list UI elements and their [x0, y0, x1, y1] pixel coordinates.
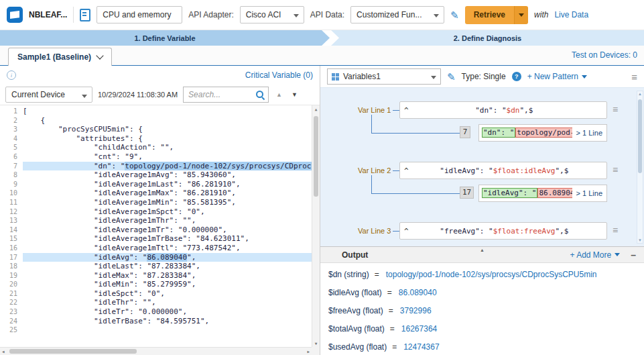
code-text: "idleTrBase": "84.595751",	[23, 317, 312, 326]
scroll-down-icon[interactable]: ▼	[637, 238, 643, 242]
code-line[interactable]: 15 "idleAverage1mTrBase": "84.623011",	[0, 234, 312, 244]
add-more-link[interactable]: + Add More	[570, 250, 620, 260]
minimize-output-icon[interactable]: –	[631, 250, 636, 260]
device-select[interactable]: Current Device	[5, 87, 92, 103]
code-line[interactable]: 25	[0, 325, 312, 335]
edit-variables-icon[interactable]: ✎	[447, 72, 456, 82]
tab-bar: Sample1 (Baseline) Test on Devices: 0	[0, 46, 644, 66]
line-number: 17	[0, 253, 23, 262]
expand-one-line-link[interactable]: > 1 Line	[576, 129, 602, 137]
find-previous-icon[interactable]: ▲	[274, 90, 284, 99]
regex-anchor: ^	[400, 106, 413, 115]
line-number: 9	[0, 180, 23, 189]
vertical-scrollbar-thumb[interactable]	[314, 116, 318, 197]
step-define-diagnosis[interactable]: 2. Define Diagnosis	[331, 30, 644, 46]
info-icon[interactable]: i	[7, 70, 16, 80]
code-line[interactable]: 10 "idleAverage1mMax": "86.281910",	[0, 189, 312, 198]
code-line[interactable]: 22 "idleThr": "",	[0, 298, 312, 307]
editor-horizontal-scrollbar[interactable]: ◀ ▶	[0, 347, 312, 355]
search-input[interactable]	[187, 89, 253, 100]
var-line-menu-icon[interactable]: ≡	[613, 105, 618, 115]
equals-sign: =	[392, 342, 397, 352]
code-text: "idleAverage1mTrBase": "84.623011",	[23, 234, 312, 244]
code-line[interactable]: 12 "idleAverage1mSpct": "0",	[0, 207, 312, 217]
new-pattern-link[interactable]: + New Pattern	[527, 72, 587, 81]
code-line[interactable]: 24 "idleTrBase": "84.595751",	[0, 317, 312, 326]
code-line[interactable]: 5 "childAction": "",	[0, 143, 312, 152]
match-line-number: 7	[460, 126, 470, 138]
code-line[interactable]: 4 "attributes": {	[0, 134, 312, 144]
line-number: 15	[0, 234, 23, 244]
code-line[interactable]: 17 "idleAvg": "86.089040",	[0, 253, 312, 262]
line-number: 12	[0, 207, 23, 217]
scroll-up-icon[interactable]: ▲	[637, 92, 643, 96]
retrieve-dropdown-icon[interactable]	[514, 6, 528, 24]
var-line-menu-icon[interactable]: ≡	[613, 225, 618, 236]
retrieve-button[interactable]: Retrieve	[465, 6, 528, 24]
code-line[interactable]: 18 "idleLast": "87.283384",	[0, 262, 312, 271]
code-editor[interactable]: 1[2 {3 "procSysCPU5min": {4 "attributes"…	[0, 105, 320, 355]
pattern-prefix: "idleAvg": "	[440, 166, 493, 175]
pattern-input[interactable]: ^"freeAvg": "$float:freeAvg",$	[399, 222, 607, 240]
pattern-menu-icon[interactable]: ≡	[631, 72, 637, 82]
match-preview[interactable]: "idleAvg": "86.089040",> 1 Line	[478, 185, 607, 202]
code-line[interactable]: 16 "idleAverage1mTtl": "773.487542",	[0, 244, 312, 253]
scroll-up-icon[interactable]: ▲	[315, 107, 318, 111]
chevron-down-icon[interactable]	[96, 52, 103, 59]
api-data-select[interactable]: Customized Fun...	[350, 6, 444, 23]
retrieve-label[interactable]: Retrieve	[465, 6, 514, 24]
code-line[interactable]: 19 "idleMax": "87.283384",	[0, 271, 312, 281]
pattern-scrollbar[interactable]: ▲ ▼	[637, 91, 643, 244]
output-variable-value: 86.089040	[399, 288, 437, 297]
scroll-right-icon[interactable]: ▶	[307, 349, 310, 354]
code-line[interactable]: 3 "procSysCPU5min": {	[0, 125, 312, 134]
api-adapter-select[interactable]: Cisco ACI	[240, 6, 304, 23]
line-number: 24	[0, 317, 23, 326]
output-variable-name: $totalAvg (float)	[328, 324, 385, 334]
pattern-input[interactable]: ^"dn": "$dn",$	[399, 101, 607, 119]
code-line[interactable]: 13 "idleAverage1mThr": "",	[0, 216, 312, 225]
scrollbar-corner	[312, 347, 320, 355]
code-line[interactable]: 21 "idleSpct": "0",	[0, 289, 312, 299]
code-line[interactable]: 20 "idleMin": "85.279959",	[0, 280, 312, 289]
code-text: [	[23, 107, 312, 116]
equals-sign: =	[387, 288, 392, 297]
edit-api-data-icon[interactable]: ✎	[450, 10, 459, 20]
test-on-devices-link[interactable]: Test on Devices: 0	[572, 50, 637, 60]
line-number: 21	[0, 289, 23, 299]
search-icon[interactable]	[255, 90, 265, 99]
pattern-input[interactable]: ^"idleAvg": "$float:idleAvg",$	[399, 162, 607, 179]
code-line[interactable]: 6 "cnt": "9",	[0, 152, 312, 162]
code-line[interactable]: 2 {	[0, 116, 312, 125]
line-number: 11	[0, 198, 23, 207]
expand-one-line-link[interactable]: > 1 Line	[576, 189, 602, 197]
connector-line	[371, 133, 460, 134]
help-icon[interactable]: ?	[512, 72, 521, 81]
tab-sample1-baseline[interactable]: Sample1 (Baseline)	[8, 48, 112, 66]
code-line[interactable]: 1[	[0, 107, 312, 116]
step-define-variable[interactable]: 1. Define Variable	[0, 30, 330, 46]
code-line[interactable]: 11 "idleAverage1mMin": "85.581395",	[0, 198, 312, 207]
live-data-link[interactable]: Live Data	[554, 10, 588, 19]
scroll-down-icon[interactable]: ▼	[315, 341, 318, 346]
code-line[interactable]: 23 "idleTr": "0.000000",	[0, 307, 312, 317]
variables-select[interactable]: Variables1	[327, 68, 441, 85]
horizontal-scrollbar-thumb[interactable]	[9, 349, 137, 354]
scroll-left-icon[interactable]: ◀	[2, 349, 5, 354]
connector-line	[393, 231, 399, 232]
collapse-output-icon[interactable]: ▲	[480, 247, 485, 253]
editor-vertical-scrollbar[interactable]: ▲ ▼	[312, 105, 320, 347]
pattern-scrollbar-thumb[interactable]	[638, 99, 642, 173]
match-preview[interactable]: "dn": "topology/pod-1/node-102/sy> 1 Lin…	[478, 124, 607, 142]
critical-variable-link[interactable]: Critical Variable (0)	[245, 70, 313, 80]
code-line[interactable]: 9 "idleAverage1mLast": "86.281910",	[0, 180, 312, 189]
runbook-icon[interactable]	[80, 9, 90, 21]
search-box[interactable]	[183, 87, 269, 103]
code-line[interactable]: 8 "idleAverage1mAvg": "85.943060",	[0, 170, 312, 180]
code-line[interactable]: 14 "idleAverage1mTr": "0.000000",	[0, 225, 312, 235]
var-line-menu-icon[interactable]: ≡	[613, 165, 618, 175]
match-literal: "dn": "	[482, 128, 515, 138]
find-next-icon[interactable]: ▼	[289, 90, 300, 99]
task-name-box[interactable]: CPU and ememory	[96, 6, 182, 23]
code-line[interactable]: 7 "dn": "topology/pod-1/node-102/sys/pro…	[0, 162, 312, 171]
